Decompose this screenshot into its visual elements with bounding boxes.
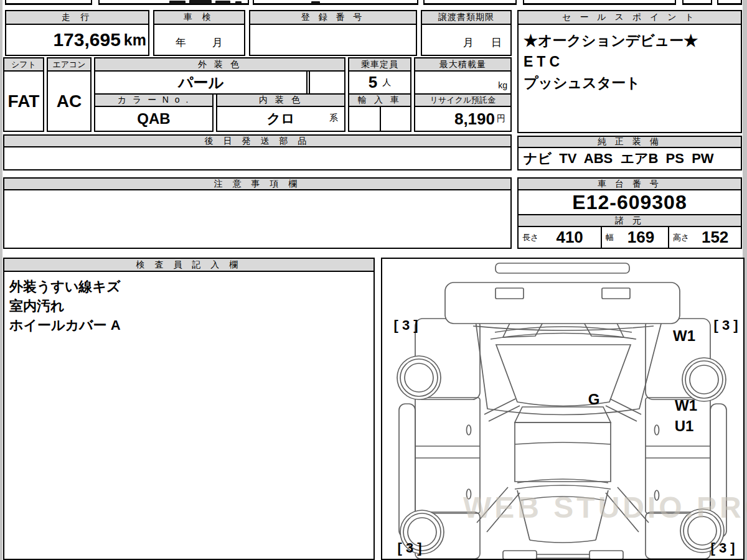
exterior-color-value: パール (94, 70, 308, 95)
spec-height-value: 152 (689, 228, 741, 247)
transfer-value-cell: 月 日 (421, 24, 512, 56)
inspector-body: 外装うすい線キズ 室内汚れ ホイールカバー A (3, 271, 375, 560)
interior-color-header: 内 装 色 (216, 93, 345, 107)
inspector-note: 外装うすい線キズ (9, 277, 369, 296)
interior-color-cell: クロ 系 (216, 106, 345, 132)
specs-header: 諸 元 (517, 214, 742, 227)
inspector-note: ホイールカバー A (9, 315, 369, 335)
spec-length-cell: 長さ 410 (517, 226, 602, 249)
sales-points-body: ★オークションデビュー★ ETC プッシュスタート (517, 24, 742, 133)
shift-header: シフト (3, 57, 44, 72)
truncated-text-artifact (311, 1, 320, 4)
damage-mark-rear-right: [ 3 ] (702, 540, 743, 556)
later-parts-header: 後 日 発 送 部 品 (3, 134, 512, 147)
sales-point-item: ETC (524, 51, 736, 72)
capacity-value: 5 (369, 73, 377, 92)
damage-mark-windshield: G (580, 391, 608, 408)
watermark: WEB STUDIO.PRO (463, 490, 747, 525)
max-load-cell: kg (414, 70, 512, 95)
damage-mark-fender-right: W1 (668, 327, 700, 345)
inspector-header: 検 査 員 記 入 欄 (3, 258, 375, 272)
mileage-value: 173,695 (53, 29, 120, 50)
truncated-top-cell (682, 0, 712, 5)
spec-height-cell: 高さ 152 (668, 226, 742, 249)
recycle-deposit-cell: 8,190円 (414, 106, 512, 132)
transfer-day-label: 日 (491, 35, 502, 50)
equipment-body: ナビ TV ABS エアB PS PW (517, 147, 742, 170)
import-car-divider (380, 107, 381, 131)
color-no-value: QAB (94, 106, 214, 132)
inspection-value-cell: 年 月 (153, 24, 245, 56)
page-edge-left (0, 0, 2, 560)
recycle-deposit-unit: 円 (497, 113, 505, 124)
inspector-note: 室内汚れ (9, 296, 369, 315)
inspection-year-label: 年 (176, 35, 186, 50)
aircon-value: AC (47, 70, 92, 132)
transfer-month-label: 月 (463, 35, 474, 50)
later-parts-body (3, 146, 512, 170)
truncated-top-cell (5, 0, 92, 5)
import-car-header: 輸 入 車 (348, 93, 411, 107)
recycle-deposit-value: 8,190 (454, 110, 495, 129)
door-handle (467, 425, 471, 435)
mileage-value-cell: 173,695km (5, 24, 149, 56)
capacity-unit: 人 (382, 77, 391, 88)
spec-width-cell: 幅 169 (601, 226, 669, 249)
spec-length-label: 長さ (522, 232, 538, 243)
chassis-header: 車 台 番 号 (517, 177, 742, 190)
aircon-header: エアコン (47, 57, 92, 72)
truncated-top-cell (423, 0, 517, 5)
chassis-value: E12-609308 (517, 189, 742, 215)
import-car-cell (348, 106, 411, 132)
damage-mark-rear-left: [ 3 ] (387, 540, 432, 556)
spec-length-value: 410 (538, 228, 601, 247)
max-load-unit: kg (498, 80, 507, 90)
interior-color-value: クロ (266, 110, 294, 128)
damage-mark-front-left: [ 3 ] (383, 317, 428, 334)
spec-width-label: 幅 (606, 232, 614, 243)
transfer-deadline-header: 譲渡書類期限 (421, 10, 512, 25)
cautions-header: 注 意 事 項 欄 (3, 177, 512, 190)
cabin (515, 422, 611, 482)
truncated-top-cell (253, 0, 418, 5)
exterior-color-sub-cell (309, 70, 345, 95)
front-bumper (445, 282, 680, 324)
damage-mark-front-right: [ 3 ] (707, 317, 745, 334)
spec-height-label: 高さ (673, 232, 689, 243)
exterior-color-header: 外 装 色 (94, 57, 345, 72)
max-load-header: 最大積載量 (414, 57, 512, 72)
shift-value: FAT (3, 70, 44, 132)
color-no-header: カ ラ ー N o . (94, 93, 214, 107)
rear-bumper-left-tab (503, 551, 537, 559)
damage-mark-door-right-2: U1 (668, 418, 700, 435)
sales-point-item: プッシュスタート (524, 72, 736, 93)
truncated-top-cell (523, 0, 676, 5)
capacity-value-cell: 5人 (348, 70, 411, 95)
door-handle (655, 425, 659, 435)
auction-sheet: 走 行 車 検 登 録 番 号 譲渡書類期限 173,695km 年 月 月 日… (0, 0, 747, 560)
spec-width-value: 169 (614, 228, 668, 247)
sales-points-header: セ ー ル ス ポ イ ン ト (517, 10, 742, 25)
registration-value-cell (249, 24, 417, 56)
truncated-text-artifact (235, 1, 242, 4)
interior-color-suffix: 系 (329, 113, 338, 124)
mileage-unit: km (124, 31, 146, 49)
registration-header: 登 録 番 号 (249, 10, 417, 25)
truncated-text-artifact (169, 1, 186, 4)
windshield (496, 345, 631, 406)
rear-bumper-right-tab (590, 551, 623, 559)
truncated-text-artifact (189, 0, 212, 4)
inspection-month-label: 月 (212, 35, 223, 50)
inspection-header: 車 検 (153, 10, 245, 25)
front-strip (496, 263, 629, 273)
mileage-header: 走 行 (5, 10, 149, 25)
truncated-text-artifact (215, 1, 230, 4)
sales-point-item: ★オークションデビュー★ (524, 30, 736, 51)
cautions-body (3, 189, 512, 249)
equipment-header: 純 正 装 備 (517, 136, 742, 148)
truncated-top-cell (717, 0, 742, 5)
car-diagram: WEB STUDIO.PRO [ 3 ] [ 3 ] W1 G W1 U1 [ … (381, 258, 745, 560)
recycle-deposit-header: リサイクル預託金 (414, 93, 512, 107)
damage-mark-door-right-1: W1 (670, 397, 702, 414)
capacity-header: 乗車定員 (348, 57, 411, 72)
